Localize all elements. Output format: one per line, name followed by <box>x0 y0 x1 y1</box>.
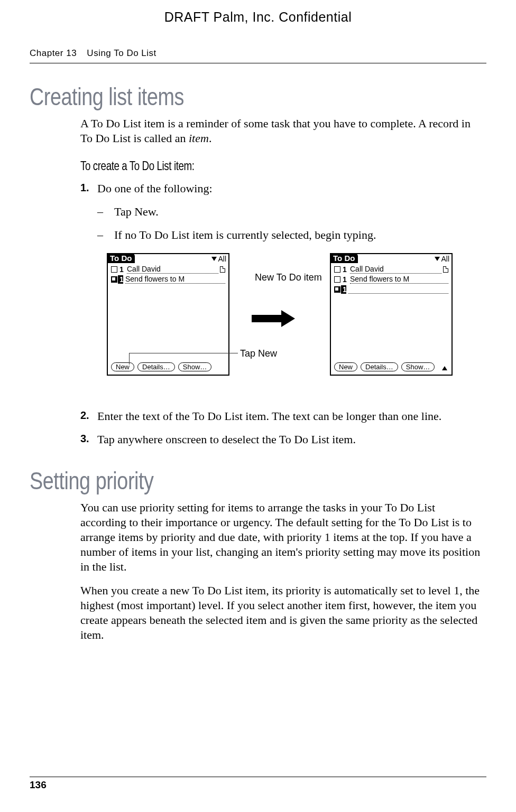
todo-text: Call David <box>350 265 441 274</box>
todo-text-empty <box>348 285 448 294</box>
section-heading-priority: Setting priority <box>30 466 404 495</box>
header-rule <box>30 63 486 63</box>
callout-new-item: New To Do item <box>255 272 322 284</box>
new-button: New <box>334 362 357 371</box>
step-text: Tap anywhere onscreen to deselect the To… <box>97 432 356 447</box>
footer-rule <box>30 777 486 777</box>
callout-tap-new: Tap New <box>240 348 277 359</box>
chapter-title: Using To Do List <box>87 48 156 58</box>
category-selector: All <box>435 255 449 263</box>
todo-item-1: 1 Call David <box>331 264 452 274</box>
intro-paragraph: A To Do List item is a reminder of some … <box>80 116 481 146</box>
show-button: Show… <box>178 362 212 371</box>
chapter-number: Chapter 13 <box>30 48 77 58</box>
new-button: New <box>111 362 134 371</box>
show-button: Show… <box>401 362 435 371</box>
category-selector: All <box>211 255 226 263</box>
step-2: 2. Enter the text of the To Do List item… <box>80 408 481 424</box>
priority: 1 <box>343 265 348 274</box>
details-button: Details… <box>137 362 175 371</box>
checkbox-icon <box>111 266 117 273</box>
priority: 1 <box>343 275 348 284</box>
dash: – <box>97 204 114 220</box>
todo-text: Send flowers to M <box>125 275 225 284</box>
checkbox-selected-icon <box>111 276 117 283</box>
todo-text: Send flowers to M <box>350 275 448 284</box>
step-text: Do one of the following: <box>97 181 213 197</box>
bullet-text: Tap New. <box>114 204 159 220</box>
priority-paragraph-1: You can use priority setting for items t… <box>80 500 481 575</box>
screen-title: To Do <box>107 253 135 263</box>
step-number: 2. <box>80 408 97 424</box>
checkbox-selected-icon <box>334 286 340 293</box>
step-1: 1. Do one of the following: <box>80 181 481 197</box>
bullet-text: If no To Do List item is currently selec… <box>114 227 376 243</box>
procedure-subhead: To create a To Do List item: <box>80 158 393 173</box>
draft-confidential-header: DRAFT Palm, Inc. Confidential <box>0 0 516 25</box>
page-footer: 136 <box>30 777 486 791</box>
todo-item-2-selected: 1 Send flowers to M <box>108 274 228 284</box>
priority-selected: 1 <box>118 275 123 284</box>
checkbox-icon <box>334 266 340 273</box>
dropdown-icon <box>435 257 440 261</box>
todo-item-new-empty: 1 <box>331 284 452 294</box>
checkbox-icon <box>334 276 340 283</box>
palm-screen-before: To Do All 1 Call David 1 Send flowers to… <box>107 253 229 376</box>
step-text: Enter the text of the To Do List item. T… <box>97 408 441 424</box>
screen-title: To Do <box>330 253 358 263</box>
sub-bullet-1: – Tap New. <box>97 204 481 220</box>
sub-bullet-2: – If no To Do List item is currently sel… <box>97 227 481 243</box>
todo-item-1: 1 Call David <box>108 264 228 274</box>
priority-selected: 1 <box>341 285 346 294</box>
figure-container: To Do All 1 Call David 1 Send flowers to… <box>107 253 481 401</box>
dropdown-icon <box>211 257 217 261</box>
palm-screen-after: To Do All 1 Call David 1 Send flowers to… <box>330 253 453 376</box>
todo-item-2: 1 Send flowers to M <box>331 274 452 284</box>
arrow-right-icon <box>252 310 295 327</box>
dash: – <box>97 227 114 243</box>
figure-annotations: New To Do item Tap New <box>229 253 330 376</box>
page-number: 136 <box>30 779 486 791</box>
note-icon <box>443 266 448 273</box>
step-number: 1. <box>80 181 97 197</box>
scroll-up-icon <box>442 366 447 370</box>
todo-text: Call David <box>127 265 218 274</box>
priority: 1 <box>119 265 125 274</box>
step-3: 3. Tap anywhere onscreen to deselect the… <box>80 432 481 447</box>
priority-paragraph-2: When you create a new To Do List item, i… <box>80 583 481 643</box>
section-heading-creating: Creating list items <box>30 82 404 111</box>
chapter-header: Chapter 13 Using To Do List <box>0 25 516 59</box>
details-button: Details… <box>361 362 398 371</box>
step-number: 3. <box>80 432 97 447</box>
note-icon <box>220 266 225 273</box>
